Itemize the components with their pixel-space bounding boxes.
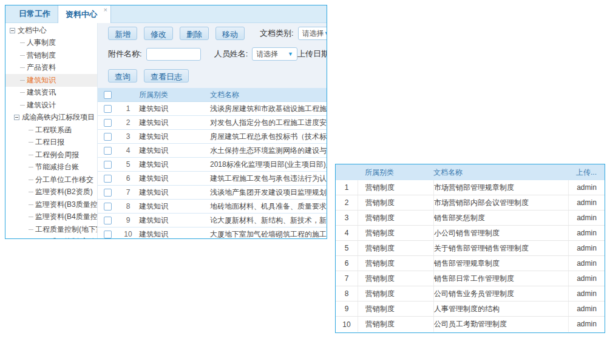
tab-data-center[interactable]: 资料中心 × bbox=[58, 5, 111, 23]
row-index: 1 bbox=[336, 183, 358, 192]
tree-node-label: 工程联系函 bbox=[35, 125, 72, 135]
row-checkbox[interactable] bbox=[104, 133, 112, 141]
row-index: 4 bbox=[117, 146, 139, 155]
action-row: 查询 查看日志 bbox=[98, 69, 327, 83]
tree-node[interactable]: 工程质量控制(主体) bbox=[5, 236, 97, 240]
table-row[interactable]: 9 营销制度 人事管理制度的结构 admin bbox=[336, 302, 605, 317]
tree-node-label: 工程质量控制(主体) bbox=[35, 237, 98, 239]
tree-connector bbox=[29, 130, 33, 130]
row-category: 建筑知识 bbox=[139, 160, 210, 170]
tree-node-root[interactable]: 文档中心 bbox=[5, 24, 97, 37]
row-checkbox[interactable] bbox=[104, 189, 112, 197]
tree-node[interactable]: 监理资料(B4质量控制) bbox=[5, 211, 97, 224]
table-row[interactable]: 1 营销制度 市场营销部管理规章制度 admin bbox=[336, 180, 605, 195]
row-doc-name: 论大厦新材料、新结构、新技术，新工... bbox=[210, 215, 327, 226]
tree-node[interactable]: 监理资料(B3质量控制) bbox=[5, 198, 97, 211]
tree-node[interactable]: 工程日报 bbox=[5, 136, 97, 149]
window-body: 文档中心 人事制度 营销制度 产品资料 建筑知识 建筑资讯 bbox=[5, 23, 327, 239]
tree-connector bbox=[29, 204, 33, 205]
table-row[interactable]: 8 营销制度 公司销售业务员管理制度 admin bbox=[336, 286, 605, 302]
upload-date-label: 上传日期 bbox=[297, 49, 327, 59]
tree-node[interactable]: 节能减排台账 bbox=[5, 161, 97, 174]
row-uploader: admin bbox=[568, 195, 605, 210]
tree-node[interactable]: 监理资料(B2资质) bbox=[5, 186, 97, 199]
row-doc-name: 浅谈地产集团开发建设项目监理规划编... bbox=[210, 187, 327, 198]
table-row[interactable]: 8 建筑知识 地砖地面材料、机具准备、质量要求及... bbox=[98, 200, 327, 214]
delete-button[interactable]: 删除 bbox=[180, 27, 209, 40]
tree-node[interactable]: 产品资料 bbox=[5, 62, 97, 75]
query-button[interactable]: 查询 bbox=[108, 69, 137, 83]
row-checkbox[interactable] bbox=[104, 161, 112, 169]
table-row[interactable]: 6 营销制度 销售部管理规章制度 admin bbox=[336, 256, 605, 271]
category-column-header: 所属别类 bbox=[139, 90, 210, 100]
table-row[interactable]: 2 建筑知识 对发包人指定分包的工程施工进度安排... bbox=[98, 116, 327, 130]
row-checkbox[interactable] bbox=[104, 119, 112, 127]
row-category: 建筑知识 bbox=[139, 104, 210, 114]
row-checkbox[interactable] bbox=[104, 203, 112, 211]
tree-connector bbox=[20, 55, 25, 56]
row-category: 营销制度 bbox=[358, 286, 433, 301]
table-row[interactable]: 4 营销制度 小公司销售管理制度 admin bbox=[336, 226, 605, 241]
collapse-icon[interactable] bbox=[14, 115, 19, 120]
tree-node[interactable]: 营销制度 bbox=[5, 49, 97, 62]
row-doc-name: 对发包人指定分包的工程施工进度安排... bbox=[210, 118, 327, 128]
row-category: 营销制度 bbox=[358, 317, 433, 332]
tree-node[interactable]: 建筑资讯 bbox=[5, 87, 97, 99]
table-row[interactable]: 10 营销制度 公司员工考勤管理制度 admin bbox=[336, 317, 605, 332]
table-row[interactable]: 5 建筑知识 2018标准化监理项目部(业主项目部)人员... bbox=[98, 158, 327, 172]
tree-connector bbox=[20, 92, 25, 93]
add-button[interactable]: 新增 bbox=[108, 27, 137, 40]
table-row[interactable]: 10 建筑知识 大厦地下室加气砼墙砌筑工程的施工方... bbox=[98, 228, 327, 239]
marketing-docs-table: 所属别类 文档名称 上传... 1 营销制度 市场营销部管理规章制度 admin… bbox=[335, 164, 605, 333]
row-index: 9 bbox=[117, 216, 139, 224]
row-category: 营销制度 bbox=[358, 241, 433, 255]
table-row[interactable]: 6 建筑知识 建筑工程施工发包与承包违法行为认定... bbox=[98, 172, 327, 186]
row-index: 8 bbox=[336, 289, 358, 298]
close-icon[interactable]: × bbox=[104, 6, 107, 13]
tree-connector bbox=[29, 180, 33, 180]
table-row[interactable]: 7 营销制度 销售部日常工作管理制度 admin bbox=[336, 271, 605, 286]
tree-node[interactable]: 工程质量控制(地下室) bbox=[5, 223, 97, 236]
table-row[interactable]: 5 营销制度 关于销售部管理销售管理制度 admin bbox=[336, 241, 605, 256]
document-table: 所属别类 文档名称 1 建筑知识 浅谈房屋建筑和市政基础设施工程施工... 2 … bbox=[98, 88, 327, 239]
view-log-button[interactable]: 查看日志 bbox=[144, 69, 189, 83]
row-checkbox[interactable] bbox=[104, 105, 112, 113]
row-checkbox[interactable] bbox=[104, 175, 112, 183]
uploader-column-header: 上传... bbox=[568, 167, 605, 178]
table-row[interactable]: 1 建筑知识 浅谈房屋建筑和市政基础设施工程施工... bbox=[98, 102, 327, 116]
tree-node-label: 营销制度 bbox=[27, 50, 56, 61]
move-button[interactable]: 移动 bbox=[215, 27, 245, 40]
person-name-select[interactable]: 请选择 ▼ bbox=[252, 47, 297, 61]
row-checkbox[interactable] bbox=[104, 147, 112, 155]
row-index: 6 bbox=[336, 259, 358, 268]
row-index: 2 bbox=[336, 198, 358, 207]
row-doc-name: 2018标准化监理项目部(业主项目部)人员... bbox=[210, 160, 327, 170]
tree-node-label: 人事制度 bbox=[27, 38, 56, 48]
attachment-name-input[interactable] bbox=[146, 48, 201, 61]
tree-node-label: 建筑资讯 bbox=[27, 87, 56, 98]
row-uploader: admin bbox=[568, 180, 605, 195]
tab-daily-work[interactable]: 日常工作 bbox=[12, 5, 58, 22]
table-row[interactable]: 9 建筑知识 论大厦新材料、新结构、新技术，新工... bbox=[98, 214, 327, 228]
tree-node-selected[interactable]: 建筑知识 bbox=[5, 74, 97, 87]
tree-node-project[interactable]: 成渝高铁内江标段项目 bbox=[5, 112, 97, 124]
tree-node[interactable]: 工程例会周报 bbox=[5, 149, 97, 161]
tree-node[interactable]: 分工单位工作移交 bbox=[5, 174, 97, 186]
table-row[interactable]: 4 建筑知识 水土保持生态环境监测网络的建设与资... bbox=[98, 144, 327, 158]
tree-node[interactable]: 工程联系函 bbox=[5, 124, 97, 136]
tree-node[interactable]: 人事制度 bbox=[5, 37, 97, 50]
row-category: 营销制度 bbox=[358, 226, 433, 240]
row-checkbox[interactable] bbox=[104, 217, 112, 224]
edit-button[interactable]: 修改 bbox=[144, 27, 173, 40]
doc-category-select[interactable]: 请选择 ▼ bbox=[298, 27, 327, 40]
select-all-checkbox[interactable] bbox=[104, 91, 112, 99]
table-row[interactable]: 2 营销制度 市场营销部内部会议管理制度 admin bbox=[336, 195, 605, 211]
table-row[interactable]: 3 建筑知识 房屋建筑工程总承包投标书（技术标）... bbox=[98, 130, 327, 144]
table-row[interactable]: 3 营销制度 销售部奖惩制度 admin bbox=[336, 211, 605, 226]
tree-node-label: 工程日报 bbox=[35, 137, 64, 147]
table-row[interactable]: 7 建筑知识 浅谈地产集团开发建设项目监理规划编... bbox=[98, 186, 327, 200]
row-checkbox[interactable] bbox=[104, 231, 112, 238]
row-doc-name: 公司销售业务员管理制度 bbox=[433, 286, 568, 301]
tree-node[interactable]: 建筑设计 bbox=[5, 99, 97, 112]
collapse-icon[interactable] bbox=[10, 28, 15, 33]
